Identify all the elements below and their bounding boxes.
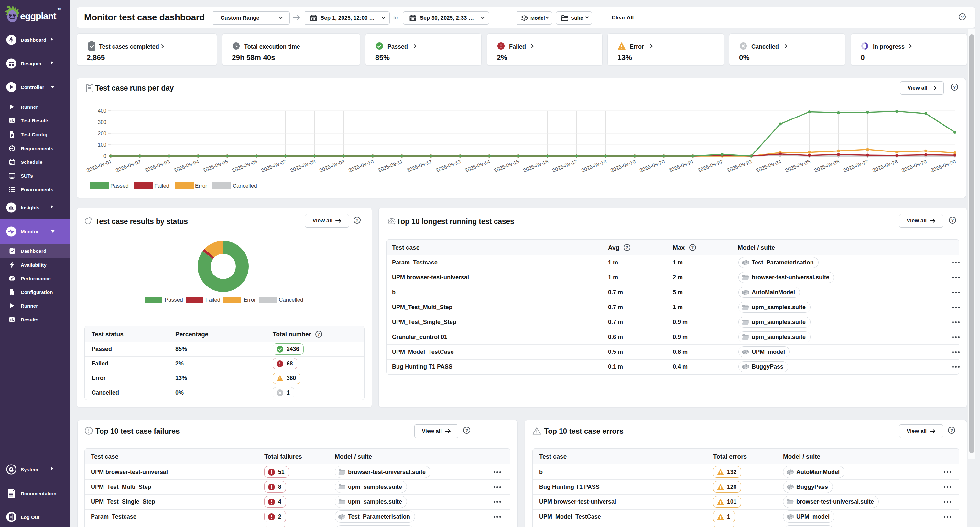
svg-text:2025-09-13: 2025-09-13 [435,159,462,173]
svg-text:2025-09-27: 2025-09-27 [843,159,869,173]
svg-text:2025-09-24: 2025-09-24 [755,159,782,173]
svg-text:2025-09-16: 2025-09-16 [522,159,549,173]
svg-text:2025-09-20: 2025-09-20 [639,159,666,173]
svg-text:100: 100 [98,142,107,148]
svg-text:2025-09-22: 2025-09-22 [697,159,724,173]
svg-text:0: 0 [103,153,107,159]
svg-text:2025-09-19: 2025-09-19 [610,159,636,173]
svg-text:2025-09-09: 2025-09-09 [318,159,345,173]
svg-text:2025-09-04: 2025-09-04 [173,159,200,173]
svg-text:2025-09-18: 2025-09-18 [581,159,608,173]
svg-text:2025-09-10: 2025-09-10 [348,159,374,173]
svg-text:2025-09-05: 2025-09-05 [202,159,229,173]
svg-text:2025-09-12: 2025-09-12 [406,159,433,173]
svg-text:2025-09-25: 2025-09-25 [784,159,811,173]
svg-text:2025-09-21: 2025-09-21 [668,159,695,173]
svg-text:300: 300 [98,120,107,125]
svg-text:2025-09-30: 2025-09-30 [930,159,957,173]
svg-text:2025-09-28: 2025-09-28 [872,159,899,173]
svg-text:2025-09-14: 2025-09-14 [464,159,491,173]
svg-text:2025-09-06: 2025-09-06 [231,159,258,173]
svg-text:400: 400 [98,108,107,113]
svg-text:2025-09-07: 2025-09-07 [260,159,287,173]
svg-text:TM: TM [57,8,62,11]
svg-text:eggplant: eggplant [20,11,57,21]
svg-text:2025-09-26: 2025-09-26 [813,159,840,173]
svg-text:2025-09-02: 2025-09-02 [115,159,142,173]
svg-text:2025-09-17: 2025-09-17 [552,159,578,173]
svg-text:2025-09-29: 2025-09-29 [901,159,928,173]
svg-text:2025-09-03: 2025-09-03 [144,159,171,173]
svg-text:2025-09-01: 2025-09-01 [86,159,113,173]
svg-text:2025-09-15: 2025-09-15 [493,159,520,173]
svg-text:2025-09-23: 2025-09-23 [726,159,753,173]
svg-text:2025-09-11: 2025-09-11 [377,159,403,173]
svg-text:2025-09-08: 2025-09-08 [290,159,316,173]
svg-text:200: 200 [98,131,107,136]
